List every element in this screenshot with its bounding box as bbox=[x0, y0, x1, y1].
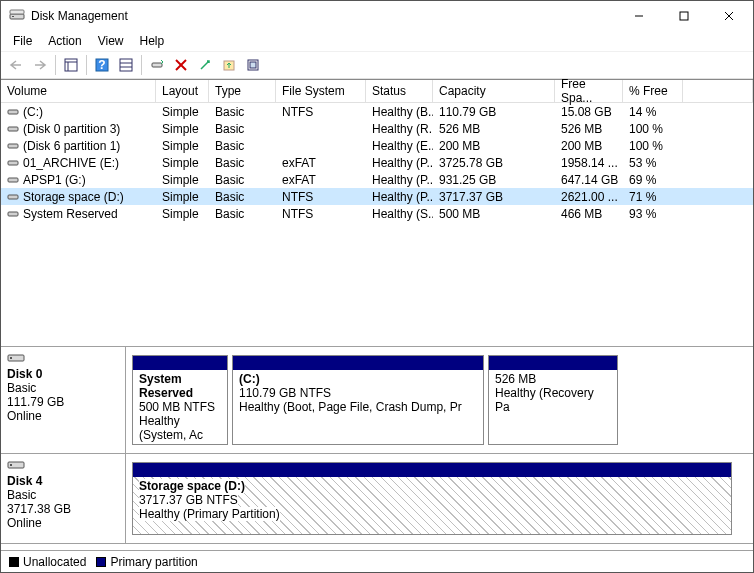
volume-name: Storage space (D:) bbox=[23, 190, 124, 204]
legend-primary-partition: Primary partition bbox=[96, 555, 197, 569]
volume-row[interactable]: (C:)SimpleBasicNTFSHealthy (B...110.79 G… bbox=[1, 103, 753, 120]
disk-icon bbox=[7, 351, 25, 365]
volume-row[interactable]: APSP1 (G:)SimpleBasicexFATHealthy (P...9… bbox=[1, 171, 753, 188]
partition-color-bar bbox=[489, 356, 617, 370]
col-layout[interactable]: Layout bbox=[156, 80, 209, 103]
volume-name: (Disk 0 partition 3) bbox=[23, 122, 120, 136]
separator bbox=[55, 55, 56, 75]
action-button-1[interactable] bbox=[218, 54, 240, 76]
menu-file[interactable]: File bbox=[5, 32, 40, 50]
col-free-space[interactable]: Free Spa... bbox=[555, 80, 623, 103]
volume-capacity: 500 MB bbox=[433, 206, 555, 222]
legend: Unallocated Primary partition bbox=[1, 550, 753, 572]
volume-layout: Simple bbox=[156, 138, 209, 154]
volume-status: Healthy (R... bbox=[366, 121, 433, 137]
disk-type: Basic bbox=[7, 381, 119, 395]
help-button[interactable]: ? bbox=[91, 54, 113, 76]
volume-pct: 100 % bbox=[623, 121, 683, 137]
disk-header[interactable]: Disk 4Basic3717.38 GBOnline bbox=[1, 454, 126, 543]
col-status[interactable]: Status bbox=[366, 80, 433, 103]
partition-color-bar bbox=[133, 463, 731, 477]
disk-type: Basic bbox=[7, 488, 119, 502]
maximize-button[interactable] bbox=[661, 2, 706, 31]
partition-name: System Reserved bbox=[139, 372, 193, 400]
partition-name: (C:) bbox=[239, 372, 260, 386]
volume-free: 526 MB bbox=[555, 121, 623, 137]
disk-header[interactable]: Disk 0Basic111.79 GBOnline bbox=[1, 347, 126, 453]
show-hide-button[interactable] bbox=[60, 54, 82, 76]
svg-rect-12 bbox=[120, 59, 132, 71]
partition-status: Healthy (Boot, Page File, Crash Dump, Pr bbox=[239, 400, 462, 414]
svg-rect-20 bbox=[250, 62, 256, 68]
disk-state: Online bbox=[7, 409, 119, 423]
col-capacity[interactable]: Capacity bbox=[433, 80, 555, 103]
svg-text:?: ? bbox=[98, 58, 105, 72]
volume-free: 200 MB bbox=[555, 138, 623, 154]
volume-list-header: Volume Layout Type File System Status Ca… bbox=[1, 80, 753, 103]
volume-row[interactable]: Storage space (D:)SimpleBasicNTFSHealthy… bbox=[1, 188, 753, 205]
volume-list-rows: (C:)SimpleBasicNTFSHealthy (B...110.79 G… bbox=[1, 103, 753, 341]
svg-rect-24 bbox=[8, 161, 18, 165]
partition-status: Healthy (Recovery Pa bbox=[495, 386, 594, 414]
partition-color-bar bbox=[233, 356, 483, 370]
volume-icon bbox=[7, 140, 19, 152]
volume-status: Healthy (P... bbox=[366, 189, 433, 205]
volume-status: Healthy (E... bbox=[366, 138, 433, 154]
disk-size: 111.79 GB bbox=[7, 395, 119, 409]
disk-graphic-pane: Disk 0Basic111.79 GBOnlineSystem Reserve… bbox=[1, 346, 753, 550]
partition[interactable]: System Reserved500 MB NTFSHealthy (Syste… bbox=[132, 355, 228, 445]
settings-button[interactable] bbox=[115, 54, 137, 76]
volume-pct: 93 % bbox=[623, 206, 683, 222]
disk-row: Disk 0Basic111.79 GBOnlineSystem Reserve… bbox=[1, 347, 753, 454]
partition-size: 500 MB NTFS bbox=[139, 400, 215, 414]
partition[interactable]: Storage space (D:)3717.37 GB NTFSHealthy… bbox=[132, 462, 732, 535]
volume-row[interactable]: 01_ARCHIVE (E:)SimpleBasicexFATHealthy (… bbox=[1, 154, 753, 171]
menu-view[interactable]: View bbox=[90, 32, 132, 50]
disk-label: Disk 0 bbox=[7, 367, 119, 381]
volume-row[interactable]: (Disk 6 partition 1)SimpleBasicHealthy (… bbox=[1, 137, 753, 154]
partition-body: 526 MBHealthy (Recovery Pa bbox=[489, 370, 617, 416]
partition[interactable]: (C:)110.79 GB NTFSHealthy (Boot, Page Fi… bbox=[232, 355, 484, 445]
volume-layout: Simple bbox=[156, 155, 209, 171]
volume-free: 466 MB bbox=[555, 206, 623, 222]
svg-rect-25 bbox=[8, 178, 18, 182]
menu-help[interactable]: Help bbox=[132, 32, 173, 50]
volume-type: Basic bbox=[209, 172, 276, 188]
legend-unallocated: Unallocated bbox=[9, 555, 86, 569]
title-bar: Disk Management bbox=[1, 1, 753, 31]
forward-button[interactable] bbox=[29, 54, 51, 76]
volume-free: 2621.00 ... bbox=[555, 189, 623, 205]
volume-row[interactable]: System ReservedSimpleBasicNTFSHealthy (S… bbox=[1, 205, 753, 222]
volume-free: 1958.14 ... bbox=[555, 155, 623, 171]
volume-layout: Simple bbox=[156, 189, 209, 205]
action-button-2[interactable] bbox=[242, 54, 264, 76]
refresh-button[interactable] bbox=[146, 54, 168, 76]
svg-rect-7 bbox=[65, 59, 77, 71]
back-button[interactable] bbox=[5, 54, 27, 76]
volume-icon bbox=[7, 106, 19, 118]
menu-action[interactable]: Action bbox=[40, 32, 89, 50]
svg-rect-29 bbox=[10, 357, 12, 359]
svg-rect-22 bbox=[8, 127, 18, 131]
volume-type: Basic bbox=[209, 138, 276, 154]
volume-row[interactable]: (Disk 0 partition 3)SimpleBasicHealthy (… bbox=[1, 120, 753, 137]
svg-rect-21 bbox=[8, 110, 18, 114]
partition[interactable]: 526 MBHealthy (Recovery Pa bbox=[488, 355, 618, 445]
col-percent-free[interactable]: % Free bbox=[623, 80, 683, 103]
volume-pct: 53 % bbox=[623, 155, 683, 171]
minimize-button[interactable] bbox=[616, 2, 661, 31]
svg-rect-15 bbox=[152, 63, 162, 67]
col-volume[interactable]: Volume bbox=[1, 80, 156, 103]
volume-fs: NTFS bbox=[276, 189, 366, 205]
volume-fs bbox=[276, 145, 366, 147]
col-file-system[interactable]: File System bbox=[276, 80, 366, 103]
volume-name: APSP1 (G:) bbox=[23, 173, 86, 187]
partition-size: 3717.37 GB NTFS bbox=[139, 493, 238, 507]
volume-capacity: 3717.37 GB bbox=[433, 189, 555, 205]
properties-button[interactable] bbox=[194, 54, 216, 76]
delete-button[interactable] bbox=[170, 54, 192, 76]
col-type[interactable]: Type bbox=[209, 80, 276, 103]
toolbar: ? bbox=[1, 51, 753, 79]
disk-track: Storage space (D:)3717.37 GB NTFSHealthy… bbox=[126, 454, 753, 543]
close-button[interactable] bbox=[706, 2, 751, 31]
